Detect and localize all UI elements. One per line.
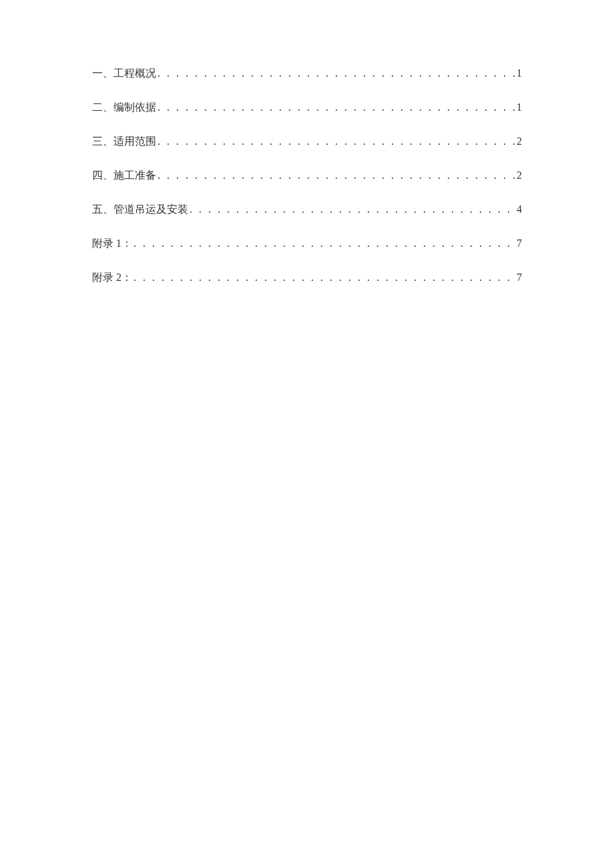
toc-page-number: 2 <box>517 169 522 181</box>
toc-leader-dots <box>190 203 515 215</box>
toc-entry: 附录 2： 7 <box>92 271 522 285</box>
toc-page-number: 1 <box>517 101 522 113</box>
toc-page-number: 7 <box>517 238 522 250</box>
toc-leader-dots <box>158 169 515 181</box>
toc-page-number: 1 <box>517 67 522 79</box>
table-of-contents: 一、工程概况 1 二、编制依据 1 三、适用范围 2 四、施工准备 2 五、管道… <box>92 67 522 285</box>
toc-entry: 二、编制依据 1 <box>92 101 522 115</box>
toc-leader-dots <box>158 67 515 79</box>
toc-title: 三、适用范围 <box>92 135 156 149</box>
toc-entry: 三、适用范围 2 <box>92 135 522 149</box>
toc-leader-dots <box>133 238 515 250</box>
toc-leader-dots <box>158 135 515 147</box>
toc-page-number: 7 <box>517 272 522 284</box>
toc-title: 附录 1： <box>92 237 132 251</box>
toc-title: 一、工程概况 <box>92 67 156 81</box>
toc-title: 四、施工准备 <box>92 169 156 183</box>
toc-leader-dots <box>158 101 515 113</box>
toc-entry: 四、施工准备 2 <box>92 169 522 183</box>
toc-entry: 五、管道吊运及安装 4 <box>92 203 522 217</box>
toc-title: 二、编制依据 <box>92 101 156 115</box>
toc-page-number: 4 <box>517 203 522 215</box>
toc-title: 附录 2： <box>92 271 132 285</box>
toc-leader-dots <box>133 272 515 284</box>
toc-entry: 一、工程概况 1 <box>92 67 522 81</box>
toc-page-number: 2 <box>517 135 522 147</box>
toc-title: 五、管道吊运及安装 <box>92 203 188 217</box>
toc-entry: 附录 1： 7 <box>92 237 522 251</box>
